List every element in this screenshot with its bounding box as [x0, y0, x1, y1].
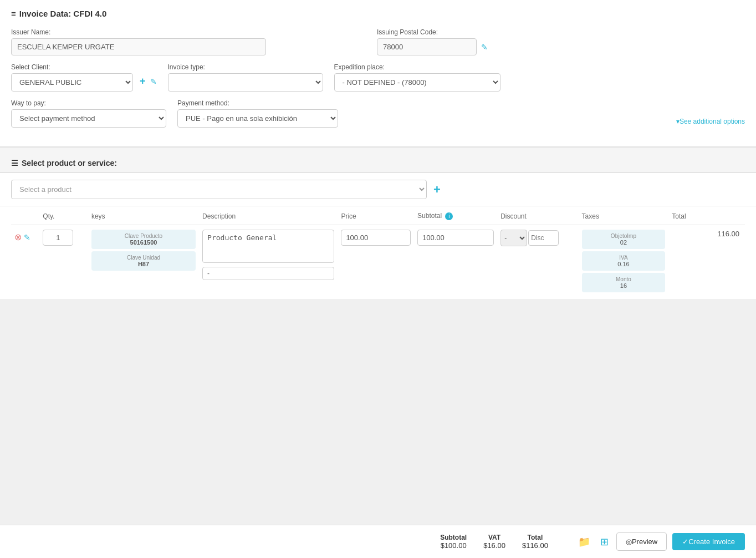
client-select[interactable]: GENERAL PUBLIC — [11, 73, 133, 92]
discount-input[interactable] — [528, 230, 559, 246]
description-secondary-input[interactable] — [202, 267, 334, 280]
additional-options-link[interactable]: ▾See additional options — [676, 117, 745, 128]
price-input[interactable] — [341, 230, 411, 246]
expedition-group: Expedition place: - NOT DEFINED - (78000… — [334, 63, 500, 92]
expedition-label: Expedition place: — [334, 63, 500, 71]
postal-input[interactable] — [377, 38, 477, 55]
page-title: ≡ Invoice Data: CFDI 4.0 — [11, 9, 745, 18]
col-header-qty: Qty. — [39, 206, 88, 225]
add-client-btn[interactable]: + — [140, 75, 146, 87]
tax-iva-badge: IVA 0.16 — [582, 251, 666, 271]
description-textarea[interactable] — [202, 230, 334, 263]
way-to-pay-select[interactable]: Select payment method — [11, 109, 166, 128]
col-header-taxes: Taxes — [579, 206, 669, 225]
discount-type-select[interactable]: - % $ — [500, 230, 527, 246]
table-row: ⊗ ✎ Clave Producto 50161500 Clave U — [11, 225, 745, 300]
col-header-discount: Discount — [497, 206, 578, 225]
client-group: Select Client: GENERAL PUBLIC + ✎ — [11, 63, 157, 92]
issuer-name-group: Issuer Name: — [11, 28, 266, 55]
payment-method-group: Payment method: PUE - Pago en una sola e… — [177, 99, 338, 128]
issuer-label: Issuer Name: — [11, 28, 266, 36]
col-header-total: Total — [668, 206, 745, 225]
postal-label: Issuing Postal Code: — [377, 28, 488, 36]
edit-client-btn[interactable]: ✎ — [150, 77, 157, 86]
col-header-description: Description — [199, 206, 338, 225]
col-header-keys: keys — [88, 206, 199, 225]
invoice-type-select[interactable] — [168, 73, 323, 92]
subtotal-input[interactable] — [417, 230, 494, 246]
client-label: Select Client: — [11, 63, 157, 71]
clave-producto-badge[interactable]: Clave Producto 50161500 — [91, 230, 196, 249]
subtotal-info-icon[interactable]: i — [445, 212, 453, 220]
qty-input[interactable] — [43, 230, 73, 246]
expedition-select[interactable]: - NOT DEFINED - (78000) — [334, 73, 500, 92]
invoice-type-group: Invoice type: — [168, 63, 323, 92]
postal-code-group: Issuing Postal Code: ✎ — [377, 28, 488, 55]
total-value: 116.00 — [672, 230, 742, 238]
edit-postal-btn[interactable]: ✎ — [481, 43, 488, 52]
col-header-price: Price — [338, 206, 414, 225]
clave-unidad-badge[interactable]: Clave Unidad H87 — [91, 251, 196, 271]
way-to-pay-group: Way to pay: Select payment method — [11, 99, 166, 128]
product-select[interactable]: Select a product — [11, 180, 427, 199]
invoice-type-label: Invoice type: — [168, 63, 323, 71]
add-product-btn[interactable]: + — [433, 184, 441, 196]
payment-method-label: Payment method: — [177, 99, 338, 107]
way-to-pay-label: Way to pay: — [11, 99, 166, 107]
col-header-subtotal: Subtotal i — [414, 206, 497, 225]
edit-row-btn[interactable]: ✎ — [24, 233, 30, 242]
payment-method-select[interactable]: PUE - Pago en una sola exhibición — [177, 109, 338, 128]
delete-row-btn[interactable]: ⊗ — [14, 232, 22, 242]
see-additional-options-link[interactable]: ▾See additional options — [676, 118, 745, 125]
line-items-table: Qty. keys Description Price Subtotal i — [11, 206, 745, 299]
menu-icon: ≡ — [11, 9, 16, 18]
product-section-icon: ☰ — [11, 159, 18, 168]
tax-monto-badge: Monto 16 — [582, 273, 666, 292]
product-section-title: ☰ Select product or service: — [11, 154, 745, 172]
issuer-input[interactable] — [11, 38, 266, 55]
tax-objeto-badge: ObjetoImp 02 — [582, 230, 666, 249]
